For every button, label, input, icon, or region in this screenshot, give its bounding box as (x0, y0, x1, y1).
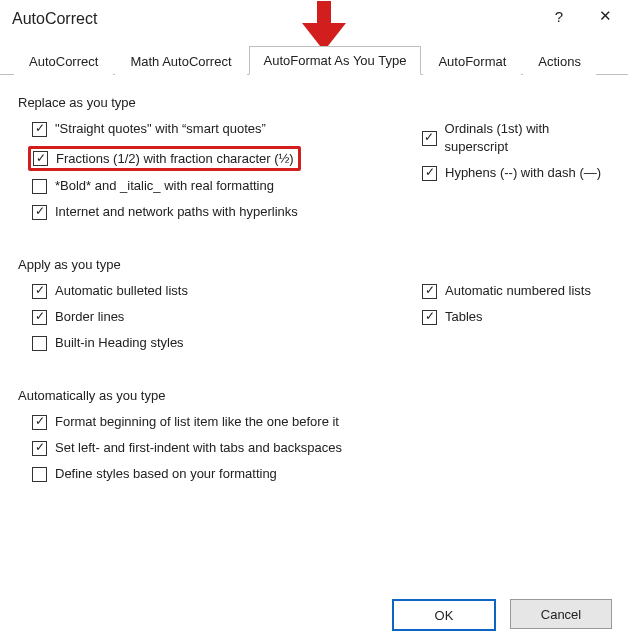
option-label: "Straight quotes" with “smart quotes” (55, 120, 266, 138)
option-heading-styles[interactable]: Built-in Heading styles (32, 334, 408, 352)
section-auto-heading: Automatically as you type (18, 388, 610, 403)
tab-autoformat[interactable]: AutoFormat (423, 47, 521, 75)
tab-strip: AutoCorrect Math AutoCorrect AutoFormat … (0, 44, 628, 75)
option-ordinals-superscript[interactable]: Ordinals (1st) with superscript (422, 120, 610, 156)
dialog-title: AutoCorrect (12, 10, 97, 28)
help-button[interactable]: ? (536, 0, 582, 32)
checkbox-icon[interactable] (32, 122, 47, 137)
option-label: *Bold* and _italic_ with real formatting (55, 177, 274, 195)
checkbox-icon[interactable] (32, 441, 47, 456)
cancel-button[interactable]: Cancel (510, 599, 612, 629)
checkbox-icon[interactable] (422, 310, 437, 325)
option-label: Internet and network paths with hyperlin… (55, 203, 298, 221)
options-panel: Replace as you type "Straight quotes" wi… (0, 75, 628, 483)
option-format-beginning[interactable]: Format beginning of list item like the o… (32, 413, 610, 431)
checkbox-icon[interactable] (422, 284, 437, 299)
option-auto-bulleted[interactable]: Automatic bulleted lists (32, 282, 408, 300)
option-label: Define styles based on your formatting (55, 465, 277, 483)
checkbox-icon[interactable] (32, 179, 47, 194)
option-label: Tables (445, 308, 483, 326)
checkbox-icon[interactable] (32, 284, 47, 299)
checkbox-icon[interactable] (422, 166, 437, 181)
option-label: Set left- and first-indent with tabs and… (55, 439, 342, 457)
tab-actions[interactable]: Actions (523, 47, 596, 75)
option-define-styles[interactable]: Define styles based on your formatting (32, 465, 610, 483)
option-set-indent[interactable]: Set left- and first-indent with tabs and… (32, 439, 610, 457)
ok-button[interactable]: OK (392, 599, 496, 631)
option-straight-quotes[interactable]: "Straight quotes" with “smart quotes” (32, 120, 408, 138)
checkbox-icon[interactable] (32, 310, 47, 325)
option-label: Ordinals (1st) with superscript (445, 120, 610, 156)
option-hyphens-dash[interactable]: Hyphens (--) with dash (—) (422, 164, 610, 182)
titlebar: AutoCorrect ? ✕ (0, 0, 628, 38)
titlebar-buttons: ? ✕ (536, 0, 628, 32)
checkbox-icon[interactable] (422, 131, 437, 146)
autocorrect-dialog: AutoCorrect ? ✕ AutoCorrect Math AutoCor… (0, 0, 628, 641)
section-replace-heading: Replace as you type (18, 95, 610, 110)
option-auto-numbered[interactable]: Automatic numbered lists (422, 282, 610, 300)
checkbox-icon[interactable] (32, 415, 47, 430)
checkbox-icon[interactable] (32, 336, 47, 351)
close-button[interactable]: ✕ (582, 0, 628, 32)
checkbox-icon[interactable] (32, 205, 47, 220)
checkbox-icon[interactable] (33, 151, 48, 166)
option-label: Automatic bulleted lists (55, 282, 188, 300)
option-internet-paths[interactable]: Internet and network paths with hyperlin… (32, 203, 408, 221)
section-apply-heading: Apply as you type (18, 257, 610, 272)
option-tables[interactable]: Tables (422, 308, 610, 326)
option-label: Automatic numbered lists (445, 282, 591, 300)
checkbox-icon[interactable] (32, 467, 47, 482)
option-border-lines[interactable]: Border lines (32, 308, 408, 326)
dialog-footer: OK Cancel (392, 599, 612, 631)
option-label: Format beginning of list item like the o… (55, 413, 339, 431)
option-label: Border lines (55, 308, 124, 326)
option-label: Built-in Heading styles (55, 334, 184, 352)
option-bold-italic[interactable]: *Bold* and _italic_ with real formatting (32, 177, 408, 195)
tab-autocorrect[interactable]: AutoCorrect (14, 47, 113, 75)
tab-math-autocorrect[interactable]: Math AutoCorrect (115, 47, 246, 75)
tab-autoformat-as-you-type[interactable]: AutoFormat As You Type (249, 46, 422, 75)
option-label: Hyphens (--) with dash (—) (445, 164, 601, 182)
option-fractions-highlighted[interactable]: Fractions (1/2) with fraction character … (28, 146, 301, 171)
option-label: Fractions (1/2) with fraction character … (56, 151, 294, 166)
